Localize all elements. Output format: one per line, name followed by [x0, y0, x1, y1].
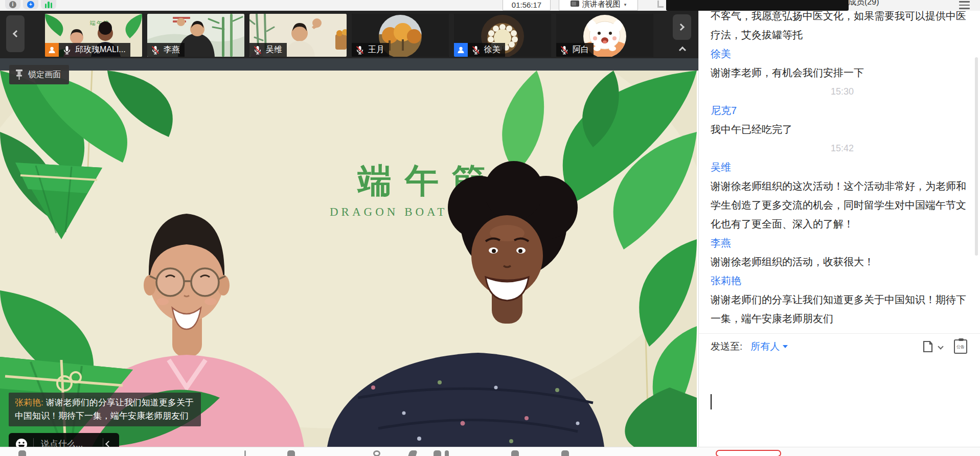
- participant-tile[interactable]: 李燕: [147, 14, 244, 57]
- chat-toolbar-icon[interactable]: [434, 450, 441, 456]
- divider: [103, 438, 103, 447]
- chat-sender-name[interactable]: 李燕: [711, 234, 974, 253]
- add-button[interactable]: +: [23, 0, 38, 9]
- members-tab[interactable]: 成员(29): [848, 0, 879, 8]
- chat-sender-name[interactable]: 张莉艳: [711, 271, 974, 290]
- pin-view-button[interactable]: 锁定画面: [9, 65, 69, 84]
- filmstrip-prev-button[interactable]: [6, 15, 25, 52]
- share-toolbar-icon[interactable]: [408, 450, 418, 456]
- participant-name-tag: 阿白: [556, 43, 594, 57]
- chat-composer: 发送至: 所有人 公告: [699, 333, 980, 456]
- chevron-down-icon[interactable]: [938, 344, 943, 349]
- chat-message: 张莉艳谢谢老师们的分享让我们知道更多关于中国知识！期待下一集，端午安康老师朋友们: [711, 271, 974, 328]
- end-meeting-button[interactable]: [716, 450, 781, 456]
- send-to-value: 所有人: [750, 340, 780, 353]
- video-chat-overlay: 张莉艳:谢谢老师们的分享让我们知道更多关于中国知识！期待下一集，端午安康老师朋友…: [9, 393, 201, 426]
- menu-icon[interactable]: [959, 0, 970, 9]
- info-button[interactable]: i: [5, 0, 20, 9]
- layout-corner-icon: [657, 1, 664, 8]
- chevron-right-icon: [677, 24, 685, 31]
- announcement-label: 公告: [956, 344, 965, 350]
- participant-name-tag: 王月: [352, 43, 389, 57]
- chat-message-text: 不客气，我愿意弘扬中医文化，如果需要我可以提供中医疗法，艾灸拔罐等托: [711, 7, 974, 44]
- mic-muted-icon: [559, 45, 569, 55]
- filmstrip-next-button[interactable]: [673, 14, 691, 40]
- mic-muted-icon: [253, 45, 263, 55]
- chat-message-text: 谢谢徐老师组织的这次活动！这个活动非常好，为老师和学生创造了更多交流的机会，同时…: [711, 177, 974, 234]
- mic-on-icon: [62, 45, 72, 55]
- participant-name: 徐美: [484, 44, 500, 55]
- send-to-selector[interactable]: 所有人: [750, 340, 788, 353]
- send-to-row: 发送至: 所有人: [711, 340, 788, 353]
- chat-message: 李燕谢谢徐老师组织的活动，收获很大！: [711, 234, 974, 271]
- stage-top-strip: [0, 58, 698, 71]
- emoji-icon[interactable]: [15, 438, 28, 447]
- participant-name-tag: 徐美: [454, 43, 505, 57]
- chat-panel: 不客气，我愿意弘扬中医文化，如果需要我可以提供中医疗法，艾灸拔罐等托徐美谢谢李老…: [698, 0, 980, 456]
- titlebar-overlay: [666, 0, 849, 11]
- chat-message-list: 不客气，我愿意弘扬中医文化，如果需要我可以提供中医疗法，艾灸拔罐等托徐美谢谢李老…: [711, 7, 974, 328]
- mic-muted-icon: [471, 45, 481, 55]
- participant-name-tag: 邱玫瑰MALI...: [45, 43, 130, 57]
- apps-toolbar-icon[interactable]: [511, 450, 519, 456]
- window-top-bar: i + 01:56:17 演讲者视图 ▾ 成员(29): [0, 0, 980, 11]
- more-toolbar-icon[interactable]: [561, 450, 569, 456]
- participants-toolbar-icon[interactable]: [287, 450, 295, 456]
- chat-message: 徐美谢谢李老师，有机会我们安排一下: [711, 44, 974, 82]
- announcement-icon[interactable]: 公告: [954, 339, 967, 354]
- participant-tile[interactable]: 徐美: [454, 14, 551, 57]
- record-toolbar-icon[interactable]: [373, 450, 380, 456]
- chat-sender-name[interactable]: 徐美: [711, 44, 974, 63]
- chevron-up-icon: [679, 47, 686, 54]
- chat-message-text: 谢谢李老师，有机会我们安排一下: [711, 63, 974, 82]
- participant-tile[interactable]: 王月: [352, 14, 449, 57]
- quick-chat-placeholder[interactable]: 说点什么...: [34, 438, 103, 447]
- chat-sender-name[interactable]: 吴维: [711, 158, 974, 177]
- participant-name: 李燕: [164, 44, 180, 55]
- overlay-sender-name: 张莉艳:: [15, 398, 43, 407]
- filmstrip: 端午節 邱玫瑰MALI...: [0, 11, 698, 58]
- bottom-toolbar: [0, 447, 980, 456]
- participant-name: 王月: [368, 44, 384, 55]
- chat-message: 不客气，我愿意弘扬中医文化，如果需要我可以提供中医疗法，艾灸拔罐等托: [711, 7, 974, 44]
- chat-message: 吴维谢谢徐老师组织的这次活动！这个活动非常好，为老师和学生创造了更多交流的机会，…: [711, 158, 974, 234]
- chat-scrollbar[interactable]: [975, 57, 978, 256]
- screenshot-icon[interactable]: [920, 339, 936, 354]
- chat-sender-name[interactable]: 尼克7: [711, 101, 974, 120]
- mic-toolbar-icon[interactable]: [18, 450, 26, 456]
- chat-timestamp: 15:42: [711, 139, 974, 158]
- chat-message: 尼克7我中午已经吃完了: [711, 101, 974, 139]
- participant-tile[interactable]: 端午節 邱玫瑰MALI...: [45, 14, 142, 57]
- mic-muted-icon: [150, 45, 161, 55]
- chat-message-text: 谢谢徐老师组织的活动，收获很大！: [711, 253, 974, 271]
- participant-name-tag: 吴维: [249, 43, 287, 57]
- message-input[interactable]: [699, 385, 980, 456]
- participant-tile[interactable]: 阿白: [556, 14, 653, 57]
- pin-icon: [15, 70, 24, 80]
- participant-name: 吴维: [266, 44, 282, 55]
- avatar-badge-icon: [454, 43, 468, 57]
- meeting-timer: 01:56:17: [503, 0, 551, 11]
- mic-muted-icon: [355, 45, 365, 55]
- chat-timestamp: 15:30: [711, 82, 974, 101]
- divider: [244, 450, 246, 456]
- info-icon: i: [9, 1, 16, 8]
- chat-message-text: 谢谢老师们的分享让我们知道更多关于中国知识！期待下一集，端午安康老师朋友们: [711, 290, 974, 328]
- chevron-left-icon[interactable]: [105, 441, 112, 447]
- participant-name: 邱玫瑰MALI...: [75, 44, 126, 55]
- add-icon: +: [27, 1, 34, 8]
- main-video: 端午節 DRAGON BOAT FEST: [0, 71, 697, 447]
- participant-name: 阿白: [573, 44, 589, 55]
- stats-button[interactable]: [41, 0, 56, 9]
- participant-name-tag: 李燕: [147, 43, 185, 57]
- view-mode-button[interactable]: 演讲者视图 ▾: [559, 0, 638, 11]
- filmstrip-collapse-button[interactable]: [674, 42, 691, 55]
- quick-chat-bar[interactable]: 说点什么...: [9, 433, 119, 447]
- stats-bars-icon: [45, 2, 53, 8]
- meeting-window: i + 01:56:17 演讲者视图 ▾ 成员(29): [0, 0, 980, 456]
- participant-tile[interactable]: 吴维: [249, 14, 347, 57]
- chevron-left-icon: [13, 30, 20, 37]
- chat-message-text: 我中午已经吃完了: [711, 120, 974, 139]
- chevron-down-icon: ▾: [624, 2, 627, 7]
- video-frame: 端午節 DRAGON BOAT FEST: [0, 71, 697, 447]
